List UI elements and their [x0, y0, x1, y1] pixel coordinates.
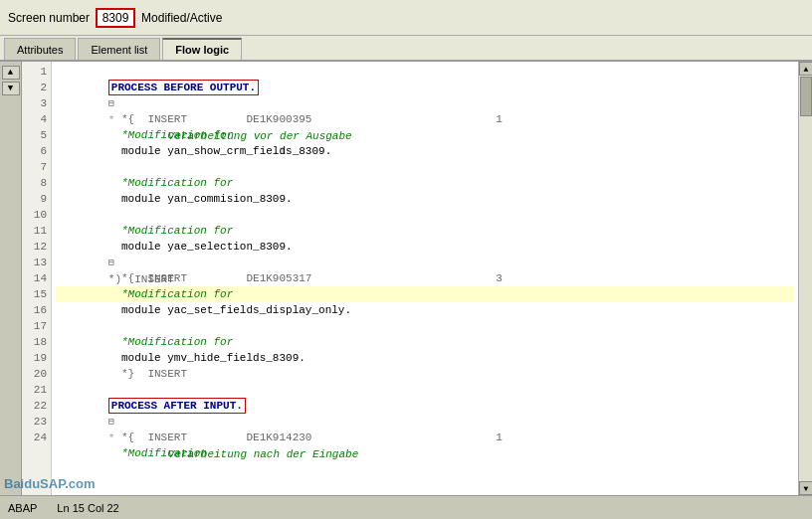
watermark: BaiduSAP.com — [4, 476, 96, 491]
code-content[interactable]: PROCESS BEFORE OUTPUT. ⊟ * Verarbeitung … — [52, 62, 798, 495]
language-indicator: ABAP — [8, 502, 37, 514]
code-line-3: *{ INSERT DE1K900395 1 — [56, 95, 794, 111]
status-bar: ABAP Ln 15 Col 22 — [0, 495, 812, 519]
vertical-scrollbar[interactable]: ▲ ▼ — [798, 62, 812, 495]
left-sidebar: ▲ ▼ — [0, 62, 22, 495]
expand-icon-2[interactable]: ⊟ — [108, 98, 114, 109]
scrollbar-track[interactable] — [799, 76, 812, 481]
sidebar-arrow-down[interactable]: ▼ — [2, 82, 20, 95]
tab-element-list[interactable]: Element list — [78, 38, 160, 60]
expand-icon-22[interactable]: ⊟ — [108, 417, 114, 428]
tabs-bar: Attributes Element list Flow logic — [0, 36, 812, 62]
line-numbers: 1 2 3 4 5 6 7 8 9 10 11 12 13 14 15 16 1… — [22, 62, 52, 495]
screen-number-label: Screen number — [8, 11, 90, 25]
code-line-21: PROCESS AFTER INPUT. — [56, 382, 794, 398]
code-line-13: *{ INSERT DE1K905317 3 — [56, 255, 794, 270]
code-line-7: *Modification for — [56, 159, 794, 175]
code-line-23: *{ INSERT DE1K914230 1 — [56, 414, 794, 430]
code-line-17: *Modification for — [56, 318, 794, 334]
screen-number-value[interactable]: 8309 — [96, 8, 135, 28]
code-line-1: PROCESS BEFORE OUTPUT. — [56, 64, 794, 80]
cursor-position: Ln 15 Col 22 — [57, 502, 118, 514]
scrollbar-thumb[interactable] — [800, 77, 812, 116]
code-editor[interactable]: 1 2 3 4 5 6 7 8 9 10 11 12 13 14 15 16 1… — [22, 62, 812, 495]
main-area: ▲ ▼ 1 2 3 4 5 6 7 8 9 10 11 12 13 14 15 … — [0, 62, 812, 495]
tab-attributes[interactable]: Attributes — [4, 38, 76, 60]
modified-active-label: Modified/Active — [141, 11, 222, 25]
sidebar-arrow-up[interactable]: ▲ — [2, 66, 20, 80]
scroll-down-button[interactable]: ▼ — [799, 481, 812, 495]
code-line-10: *Modification for — [56, 207, 794, 223]
tab-flow-logic[interactable]: Flow logic — [162, 38, 242, 60]
header: Screen number 8309 Modified/Active — [0, 0, 812, 36]
scroll-up-button[interactable]: ▲ — [799, 62, 812, 76]
expand-icon-12[interactable]: ⊟ — [108, 258, 114, 268]
